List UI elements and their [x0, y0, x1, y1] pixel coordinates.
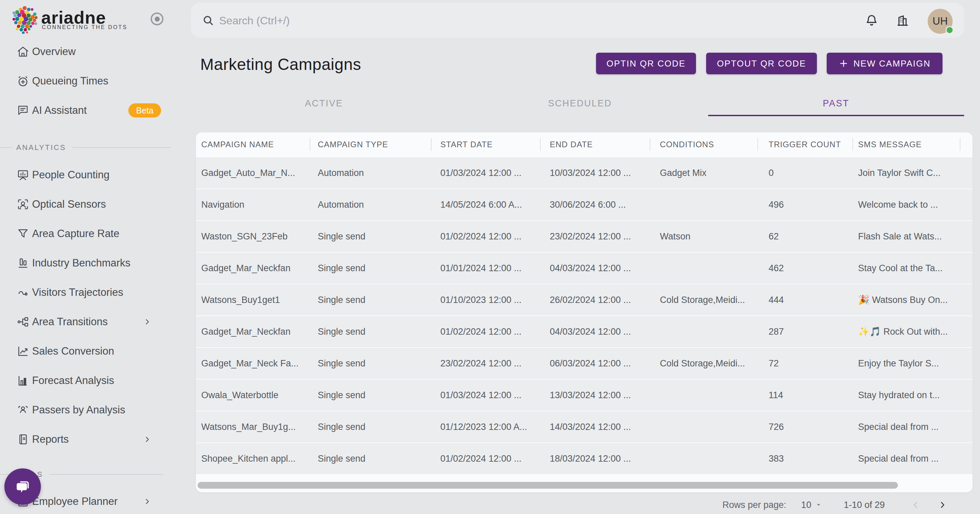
table-header: CAMPAIGN NAME CAMPAIGN TYPE START DATE E… [196, 132, 972, 157]
table-cell-trigger-count: 287 [757, 326, 852, 337]
table-cell-start-date: 14/05/2024 6:00 A... [431, 200, 540, 210]
transitions-icon [16, 315, 30, 329]
table-cell-sms-message: Special deal from ... [852, 454, 972, 464]
column-header-end-date: END DATE [540, 132, 650, 157]
sidebar-item-people-counting[interactable]: People Counting [0, 160, 191, 189]
divider [72, 147, 171, 148]
optout-qr-code-button[interactable]: OPTOUT QR CODE [706, 53, 817, 74]
sidebar-item-label: AI Assistant [32, 104, 87, 116]
sidebar-item-ai-assistant[interactable]: AI Assistant Beta [0, 95, 191, 125]
search-input[interactable] [218, 10, 693, 31]
column-header-trigger-count: TRIGGER COUNT [757, 132, 852, 157]
new-campaign-button[interactable]: NEW CAMPAIGN [827, 53, 942, 74]
sidebar-item-area-capture-rate[interactable]: Area Capture Rate [0, 219, 191, 248]
marketing-campaigns-page: ariadne CONNECTING THE DOTS Overview Que… [0, 0, 980, 514]
campaigns-table-card: CAMPAIGN NAME CAMPAIGN TYPE START DATE E… [196, 132, 972, 492]
table-cell-sms-message: Join Taylor Swift C... [852, 168, 972, 178]
table-cell-trigger-count: 114 [757, 390, 852, 401]
sidebar-item-forecast-analysis[interactable]: Forecast Analysis [0, 366, 191, 395]
table-cell-trigger-count: 72 [757, 358, 852, 369]
campaign-status-tabs: ACTIVE SCHEDULED PAST [196, 91, 964, 116]
table-cell-trigger-count: 383 [757, 454, 852, 464]
table-cell-campaign-type: Automation [310, 200, 431, 210]
table-cell-campaign-name: Shopee_Kitchen appl... [196, 454, 310, 464]
divider [49, 474, 164, 475]
table-cell-end-date: 26/02/2024 12:00 ... [540, 295, 650, 305]
sidebar-item-label: Sales Conversion [32, 345, 114, 357]
rows-per-page-select[interactable]: 10 [801, 500, 822, 510]
table-cell-sms-message: Special deal from ... [852, 422, 972, 432]
table-row[interactable]: Gadget_Mar_Neck Fa...Single send23/02/20… [196, 347, 972, 379]
table-cell-start-date: 01/02/2024 12:00 ... [431, 454, 540, 464]
table-row[interactable]: NavigationAutomation14/05/2024 6:00 A...… [196, 188, 972, 220]
table-row[interactable]: Shopee_Kitchen appl...Single send01/02/2… [196, 442, 972, 474]
table-row[interactable]: Waston_SGN_23FebSingle send01/02/2024 12… [196, 220, 972, 252]
sidebar-item-label: Reports [32, 433, 69, 446]
online-status-dot [945, 26, 954, 34]
sidebar-item-sales-conversion[interactable]: Sales Conversion [0, 336, 191, 366]
table-cell-conditions: Cold Storage,Meidi... [650, 358, 757, 369]
sidebar-item-optical-sensors[interactable]: Optical Sensors [0, 189, 191, 219]
button-label: NEW CAMPAIGN [853, 59, 931, 69]
sidebar-item-label: Area Transitions [32, 316, 108, 328]
table-row[interactable]: Gadget_Auto_Mar_N...Automation01/03/2024… [196, 157, 972, 188]
sidebar-item-passers-by-analysis[interactable]: Passers by Analysis [0, 395, 191, 425]
table-cell-campaign-type: Single send [310, 422, 431, 432]
sidebar-item-area-transitions[interactable]: Area Transitions [0, 307, 191, 336]
next-page-button[interactable] [937, 500, 948, 510]
avatar-initials: UH [933, 15, 948, 27]
table-row[interactable]: Owala_WaterbottleSingle send01/03/2024 1… [196, 379, 972, 411]
section-label: ANALYTICS [16, 143, 66, 152]
table-cell-campaign-name: Gadget_Mar_Neckfan [196, 263, 310, 274]
table-row[interactable]: Watsons_Mar_Buy1g...Single send01/12/202… [196, 411, 972, 442]
table-row[interactable]: Gadget_Mar_NeckfanSingle send01/01/2024 … [196, 252, 972, 284]
previous-page-button[interactable] [910, 500, 921, 510]
notifications-bell-icon[interactable] [864, 13, 879, 28]
search-icon [202, 14, 215, 27]
table-cell-campaign-name: Gadget_Mar_Neckfan [196, 326, 310, 337]
sidebar-item-label: Visitors Trajectories [32, 286, 123, 299]
beta-badge: Beta [128, 103, 161, 118]
table-cell-start-date: 01/02/2024 12:00 ... [431, 231, 540, 242]
table-cell-start-date: 01/01/2024 12:00 ... [431, 263, 540, 274]
table-cell-campaign-name: Owala_Waterbottle [196, 390, 310, 401]
sidebar-item-reports[interactable]: Reports [0, 425, 191, 454]
user-avatar[interactable]: UH [928, 9, 953, 34]
tab-active[interactable]: ACTIVE [196, 91, 452, 116]
table-cell-trigger-count: 726 [757, 422, 852, 432]
pagination: Rows per page: 10 1-10 of 29 [722, 496, 948, 514]
table-cell-end-date: 06/03/2024 12:00 ... [540, 358, 650, 369]
table-row[interactable]: Gadget_Mar_NeckfanSingle send01/02/2024 … [196, 315, 972, 347]
horizontal-scrollbar [196, 474, 972, 492]
logo-dots-icon [11, 4, 40, 34]
optin-qr-code-button[interactable]: OPTIN QR CODE [596, 53, 696, 74]
chat-launcher-button[interactable] [5, 468, 41, 505]
sidebar-item-queueing-times[interactable]: Queueing Times [0, 66, 191, 95]
table-cell-end-date: 04/03/2024 12:00 ... [540, 326, 650, 337]
table-cell-end-date: 23/02/2024 12:00 ... [540, 231, 650, 242]
chat-icon [16, 104, 30, 117]
tab-label: SCHEDULED [548, 98, 612, 109]
table-cell-end-date: 18/03/2024 12:00 ... [540, 454, 650, 464]
tab-scheduled[interactable]: SCHEDULED [452, 91, 708, 116]
sidebar-item-overview[interactable]: Overview [0, 37, 191, 66]
people-group-icon [16, 403, 30, 417]
sidebar-item-visitors-trajectories[interactable]: Visitors Trajectories [0, 278, 191, 307]
table-cell-trigger-count: 62 [757, 231, 852, 242]
brand-tagline: CONNECTING THE DOTS [42, 24, 127, 30]
organization-building-icon[interactable] [895, 13, 910, 28]
sidebar-item-label: Employee Planner [32, 495, 118, 508]
table-cell-end-date: 04/03/2024 12:00 ... [540, 263, 650, 274]
analytics-section-header: ANALYTICS [0, 140, 191, 155]
sidebar-collapse-toggle[interactable] [151, 13, 164, 25]
sidebar-item-industry-benchmarks[interactable]: Industry Benchmarks [0, 248, 191, 278]
table-cell-campaign-type: Single send [310, 390, 431, 401]
table-row[interactable]: Watsons_Buy1get1Single send01/10/2023 12… [196, 284, 972, 315]
tab-past[interactable]: PAST [708, 91, 964, 116]
table-cell-start-date: 01/12/2023 12:00 A... [431, 422, 540, 432]
table-cell-campaign-type: Single send [310, 358, 431, 369]
table-cell-sms-message: Flash Sale at Wats... [852, 231, 972, 242]
chat-bubbles-icon [13, 477, 32, 496]
table-cell-campaign-name: Gadget_Mar_Neck Fa... [196, 358, 310, 369]
scrollbar-thumb[interactable] [197, 482, 898, 489]
